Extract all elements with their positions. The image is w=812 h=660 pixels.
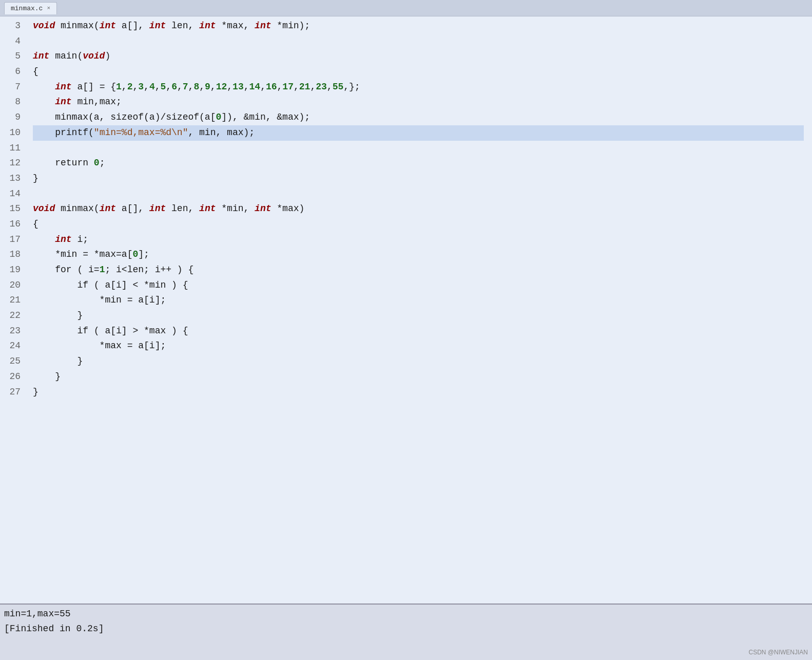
line-number: 10 (4, 125, 21, 141)
code-token: 21 (299, 82, 311, 92)
code-token: ]), &min, &max); (221, 112, 310, 122)
line-number: 21 (4, 293, 21, 308)
code-token: minmax(a, sizeof(a)/sizeof(a[ (33, 112, 216, 122)
code-token: 13 (233, 82, 244, 92)
code-line: int min,max; (33, 95, 804, 110)
code-token: *min = a[i]; (33, 295, 166, 305)
title-bar: minmax.c × (0, 0, 812, 16)
code-token: int (149, 21, 166, 31)
line-number: 12 (4, 156, 21, 171)
code-token: } (33, 371, 61, 382)
code-line: } (33, 354, 804, 369)
code-line: void minmax(int a[], int len, int *min, … (33, 201, 804, 217)
code-token: ) (105, 51, 110, 61)
line-number: 16 (4, 217, 21, 232)
code-token: , (199, 82, 205, 92)
code-token: , (260, 82, 266, 92)
code-line (33, 141, 804, 156)
code-line: } (33, 308, 804, 324)
code-token: int (100, 203, 116, 214)
code-token: *min); (272, 21, 311, 31)
code-token: *max = a[i]; (33, 341, 166, 351)
code-lines[interactable]: void minmax(int a[], int len, int *max, … (25, 18, 812, 601)
code-line: { (33, 64, 804, 80)
line-number: 23 (4, 324, 21, 339)
code-token: void (33, 21, 55, 31)
file-tab[interactable]: minmax.c × (4, 2, 57, 14)
code-token: 14 (249, 82, 261, 92)
line-number: 17 (4, 232, 21, 248)
code-token: "min=%d,max=%d\n" (94, 127, 188, 138)
code-token: , min, max); (188, 127, 255, 138)
line-number: 8 (4, 95, 21, 110)
code-token: void (83, 51, 105, 61)
code-token: int (199, 203, 216, 214)
code-token: 7 (183, 82, 188, 92)
code-line (33, 34, 804, 49)
code-token: } (33, 356, 83, 366)
line-number: 4 (4, 34, 21, 49)
code-token: void (33, 203, 55, 214)
line-number: 19 (4, 262, 21, 278)
code-token: 0 (132, 249, 138, 259)
code-token: , (327, 82, 333, 92)
code-token: *min, (216, 203, 255, 214)
code-token: ; (100, 158, 105, 168)
line-number: 27 (4, 385, 21, 400)
code-token: 23 (316, 82, 327, 92)
line-number: 7 (4, 80, 21, 95)
code-token: main( (49, 51, 83, 61)
code-token: } (33, 173, 38, 183)
window: minmax.c × 34567891011121314151617181920… (0, 0, 812, 660)
output-line-2: [Finished in 0.2s] (4, 621, 808, 636)
code-line: printf("min=%d,max=%d\n", min, max); (33, 125, 804, 141)
code-token: 1 (100, 265, 105, 275)
code-line: int main(void) (33, 49, 804, 64)
code-line: } (33, 171, 804, 186)
code-token: printf( (33, 127, 94, 138)
code-token: 0 (94, 158, 100, 168)
code-token: ,}; (343, 82, 360, 92)
editor-area: 3456789101112131415161718192021222324252… (0, 16, 812, 604)
line-number: 26 (4, 369, 21, 385)
code-line: minmax(a, sizeof(a)/sizeof(a[0]), &min, … (33, 110, 804, 125)
code-token: len, (166, 21, 199, 31)
line-number: 5 (4, 49, 21, 64)
code-token: 9 (205, 82, 210, 92)
code-line: } (33, 369, 804, 385)
output-line-1: min=1,max=55 (4, 607, 808, 621)
code-token: 0 (216, 112, 221, 122)
code-token (33, 97, 55, 107)
code-token: int (255, 21, 271, 31)
code-token: , (122, 82, 127, 92)
code-token: 17 (282, 82, 294, 92)
code-token: if ( a[i] > *max ) { (33, 326, 188, 336)
code-token: minmax( (55, 21, 99, 31)
code-token: 12 (216, 82, 227, 92)
output-area: min=1,max=55 [Finished in 0.2s] (0, 604, 812, 660)
code-token: int (149, 203, 166, 214)
code-token: , (310, 82, 316, 92)
code-line: return 0; (33, 156, 804, 171)
code-token: { (33, 66, 38, 77)
code-token: 6 (171, 82, 177, 92)
code-token: int (55, 234, 71, 244)
code-token: } (33, 387, 38, 397)
code-token: , (132, 82, 138, 92)
code-token: , (294, 82, 299, 92)
code-token: , (227, 82, 233, 92)
code-token: *min = *max=a[ (33, 249, 132, 259)
code-line (33, 186, 804, 202)
code-token: 2 (127, 82, 133, 92)
code-line: void minmax(int a[], int len, int *max, … (33, 18, 804, 34)
code-token: int (33, 51, 49, 61)
code-token: for ( i= (33, 265, 100, 275)
code-token: , (188, 82, 194, 92)
code-line: if ( a[i] > *max ) { (33, 324, 804, 339)
code-container: 3456789101112131415161718192021222324252… (0, 16, 812, 604)
code-token: { (33, 219, 38, 229)
code-line: int i; (33, 232, 804, 248)
code-token: minmax( (55, 203, 99, 214)
line-number: 9 (4, 110, 21, 125)
tab-close-button[interactable]: × (47, 5, 50, 11)
